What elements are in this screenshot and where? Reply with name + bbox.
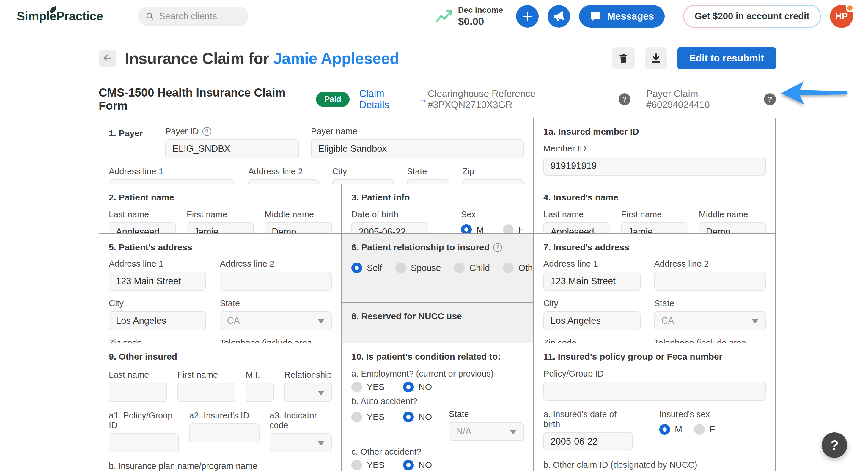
section-10-condition-related: 10. Is patient's condition related to: a… bbox=[342, 343, 534, 471]
accident-state-select[interactable]: N/A bbox=[449, 422, 524, 441]
patient-state-select[interactable]: CA bbox=[220, 311, 332, 330]
patient-address1-input[interactable]: 123 Main Street bbox=[109, 272, 206, 291]
patient-last-name-input[interactable]: Appleseed bbox=[109, 223, 176, 234]
policy-group-id-input[interactable] bbox=[544, 381, 766, 401]
delete-claim-button[interactable] bbox=[612, 47, 634, 69]
help-button[interactable]: ? bbox=[822, 432, 847, 458]
sex-female-radio[interactable]: F bbox=[503, 224, 524, 234]
other-insured-mi-input[interactable] bbox=[246, 383, 274, 402]
announcements-button[interactable] bbox=[548, 5, 570, 28]
indicator-code-select[interactable] bbox=[270, 433, 332, 452]
payer-claim-help-icon[interactable]: ? bbox=[764, 93, 776, 105]
search-input[interactable] bbox=[159, 11, 241, 22]
payer-id-label: Payer ID bbox=[165, 127, 199, 136]
employment-no-radio[interactable]: NO bbox=[403, 381, 432, 392]
insured-last-name-label: Last name bbox=[544, 210, 584, 220]
insured-sex-female-radio[interactable]: F bbox=[694, 424, 715, 435]
patient-middle-name-input[interactable]: Demo bbox=[265, 223, 332, 234]
annotation-arrow-icon bbox=[780, 80, 849, 105]
auto-accident-no-radio[interactable]: NO bbox=[403, 412, 432, 422]
relationship-self-radio[interactable]: Self bbox=[351, 263, 382, 273]
paid-status-badge: Paid bbox=[316, 92, 349, 107]
patient-address2-input[interactable] bbox=[220, 272, 332, 291]
other-insured-first-input[interactable] bbox=[177, 383, 236, 402]
insured-female-label: F bbox=[710, 425, 715, 435]
relationship-child-radio[interactable]: Child bbox=[454, 263, 490, 273]
patient-first-name-input[interactable]: Jamie bbox=[187, 223, 254, 234]
section-title: 1. Payer bbox=[109, 127, 153, 158]
section-title: 9. Other insured bbox=[109, 351, 332, 362]
user-avatar[interactable]: HP bbox=[830, 5, 853, 28]
section-5-patients-address: 5. Patient's address Address line 1 123 … bbox=[99, 234, 342, 343]
section-title: 8. Reserved for NUCC use bbox=[351, 311, 524, 321]
relationship-help-icon[interactable]: ? bbox=[493, 243, 502, 252]
clearinghouse-help-icon[interactable]: ? bbox=[619, 93, 630, 105]
employment-yes-radio[interactable]: YES bbox=[351, 381, 385, 392]
auto-accident-yes-radio[interactable]: YES bbox=[351, 412, 385, 422]
payer-address2-input[interactable] bbox=[248, 179, 319, 184]
section-8-reserved-nucc: 8. Reserved for NUCC use bbox=[342, 303, 533, 343]
payer-id-help-icon[interactable]: ? bbox=[203, 127, 211, 136]
no-label: NO bbox=[418, 382, 432, 392]
section-title: 4. Insured's name bbox=[544, 193, 766, 203]
sex-male-radio[interactable]: M bbox=[461, 224, 484, 234]
payer-id-input[interactable]: ELIG_SNDBX bbox=[165, 139, 299, 158]
radio-unselected-icon bbox=[503, 224, 514, 234]
messages-label: Messages bbox=[607, 11, 654, 22]
payer-zip-input[interactable]: 90765 bbox=[462, 179, 524, 184]
other-accident-yes-radio[interactable]: YES bbox=[351, 460, 385, 470]
other-insured-id-input[interactable] bbox=[189, 424, 259, 442]
claim-details-label: Claim Details bbox=[359, 88, 413, 110]
clearinghouse-reference: Clearinghouse Reference #3PXQN2710X3GR bbox=[428, 88, 613, 110]
payer-city-input[interactable]: Home bbox=[332, 179, 394, 184]
insured-dob-input[interactable]: 2005-06-22 bbox=[544, 432, 632, 451]
relationship-other-label: Other bbox=[519, 263, 534, 273]
simplepractice-logo[interactable]: SimplePractice bbox=[17, 9, 103, 24]
insured-address2-input[interactable] bbox=[654, 272, 766, 291]
monthly-income-widget[interactable]: Dec income $0.00 bbox=[436, 6, 503, 27]
messages-button[interactable]: Messages bbox=[579, 5, 665, 28]
relationship-other-radio[interactable]: Other bbox=[503, 263, 534, 273]
back-arrow-icon bbox=[102, 53, 113, 64]
insured-last-name-input[interactable]: Appleseed bbox=[544, 223, 610, 234]
sex-female-label: F bbox=[519, 225, 524, 234]
referral-credit-button[interactable]: Get $200 in account credit bbox=[683, 5, 821, 28]
member-id-input[interactable]: 919191919 bbox=[544, 157, 766, 175]
claim-details-link[interactable]: Claim Details → bbox=[359, 88, 428, 110]
patient-city-input[interactable]: Los Angeles bbox=[109, 311, 206, 330]
income-value: $0.00 bbox=[458, 15, 503, 27]
insured-first-name-input[interactable]: Jamie bbox=[621, 223, 688, 234]
page-title-row: Insurance Claim forJamie Appleseed Edit … bbox=[99, 47, 776, 69]
insured-state-select[interactable]: CA bbox=[654, 311, 766, 330]
relationship-spouse-radio[interactable]: Spouse bbox=[395, 263, 441, 273]
insured-address1-input[interactable]: 123 Main Street bbox=[544, 272, 641, 291]
other-insured-first-label: First name bbox=[177, 370, 218, 380]
create-new-button[interactable] bbox=[516, 5, 539, 28]
other-insured-last-input[interactable] bbox=[109, 383, 167, 402]
section-2-patient-name: 2. Patient name Last name Appleseed Firs… bbox=[99, 184, 342, 234]
other-accident-question-label: c. Other accident? bbox=[351, 447, 421, 457]
payer-zip-label: Zip bbox=[462, 167, 474, 176]
download-claim-button[interactable] bbox=[645, 47, 668, 69]
patient-state-label: State bbox=[220, 299, 240, 308]
client-search-bar[interactable] bbox=[138, 6, 249, 26]
payer-name-input[interactable]: Eligible Sandbox bbox=[311, 139, 524, 158]
insured-middle-name-input[interactable]: Demo bbox=[699, 223, 766, 234]
payer-name-label: Payer name bbox=[311, 127, 357, 136]
payer-address1-input[interactable]: 400 Insurance Lane bbox=[109, 179, 235, 184]
sex-male-label: M bbox=[476, 225, 484, 234]
client-name[interactable]: Jamie Appleseed bbox=[273, 49, 399, 67]
radio-unselected-icon bbox=[503, 263, 514, 273]
edit-to-resubmit-button[interactable]: Edit to resubmit bbox=[678, 47, 776, 69]
insured-city-input[interactable]: Los Angeles bbox=[544, 311, 641, 330]
other-accident-no-radio[interactable]: NO bbox=[403, 460, 432, 470]
other-claim-id-label: b. Other claim ID (designated by NUCC) bbox=[544, 460, 697, 470]
insured-sex-male-radio[interactable]: M bbox=[659, 424, 682, 435]
back-button[interactable] bbox=[99, 49, 116, 67]
payer-state-select[interactable]: CA bbox=[407, 179, 449, 184]
other-insured-relationship-select[interactable] bbox=[284, 383, 332, 402]
patient-dob-input[interactable]: 2005-06-22 bbox=[351, 223, 428, 234]
section-4-insureds-name: 4. Insured's name Last name Appleseed Fi… bbox=[534, 184, 775, 234]
radio-selected-icon bbox=[403, 381, 414, 392]
other-policy-group-input[interactable] bbox=[109, 433, 179, 452]
